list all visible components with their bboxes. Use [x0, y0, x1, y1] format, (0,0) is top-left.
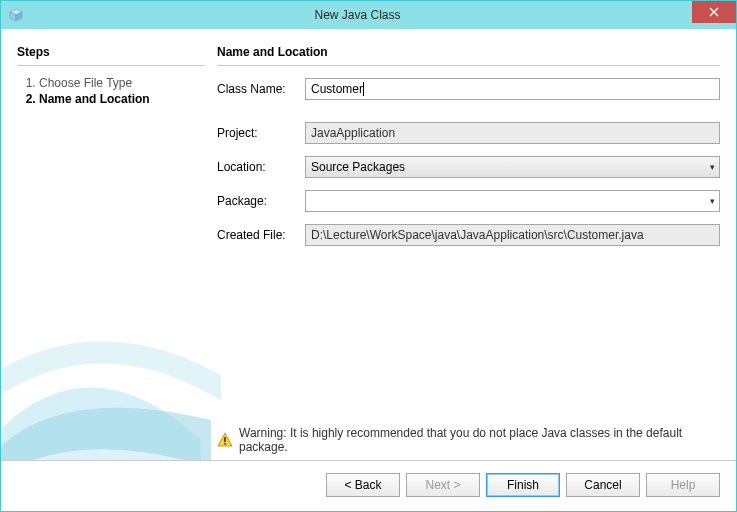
chevron-down-icon: ▾	[710, 162, 715, 172]
warning-text: Warning: It is highly recommended that y…	[239, 426, 720, 454]
package-label: Package:	[217, 194, 301, 208]
chevron-down-icon: ▾	[710, 196, 715, 206]
content-heading: Name and Location	[217, 45, 720, 66]
window-title: New Java Class	[23, 8, 692, 22]
location-label: Location:	[217, 160, 301, 174]
title-bar: New Java Class	[1, 1, 736, 29]
step-name-and-location: Name and Location	[39, 92, 205, 106]
class-name-value: Customer	[311, 82, 363, 96]
class-name-input[interactable]: Customer	[305, 78, 720, 100]
warning-row: Warning: It is highly recommended that y…	[217, 426, 720, 454]
text-caret	[363, 82, 364, 96]
back-button[interactable]: < Back	[326, 473, 400, 497]
created-file-input	[305, 224, 720, 246]
help-button: Help	[646, 473, 720, 497]
class-name-label: Class Name:	[217, 82, 301, 96]
warning-icon	[217, 432, 233, 448]
step-label: Choose File Type	[39, 76, 132, 90]
steps-heading: Steps	[17, 45, 205, 66]
svg-rect-5	[224, 443, 226, 445]
button-bar: < Back Next > Finish Cancel Help	[1, 460, 736, 511]
steps-panel: Steps Choose File Type Name and Location	[17, 39, 205, 460]
step-choose-file-type: Choose File Type	[39, 76, 205, 90]
project-input	[305, 122, 720, 144]
cancel-button[interactable]: Cancel	[566, 473, 640, 497]
close-button[interactable]	[692, 1, 736, 23]
location-select[interactable]: Source Packages ▾	[305, 156, 720, 178]
step-label: Name and Location	[39, 92, 150, 106]
created-file-label: Created File:	[217, 228, 301, 242]
finish-button[interactable]: Finish	[486, 473, 560, 497]
content-panel: Name and Location Class Name: Customer P…	[217, 39, 720, 460]
project-label: Project:	[217, 126, 301, 140]
dialog-window: New Java Class Steps Choose File Type Na…	[0, 0, 737, 512]
location-value: Source Packages	[311, 160, 405, 174]
decorative-wave-art	[1, 270, 221, 460]
next-button: Next >	[406, 473, 480, 497]
svg-rect-4	[224, 437, 226, 442]
app-cube-icon	[9, 8, 23, 22]
package-combobox[interactable]: ▾	[305, 190, 720, 212]
